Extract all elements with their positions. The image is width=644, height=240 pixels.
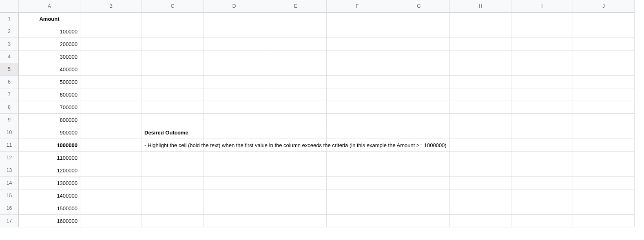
cell-I8[interactable]: [511, 101, 573, 114]
cell-A3[interactable]: 200000: [19, 38, 80, 51]
cell-F16[interactable]: [327, 202, 388, 215]
cell-D6[interactable]: [204, 76, 265, 88]
cell-A8[interactable]: 700000: [19, 101, 80, 114]
cell-E2[interactable]: [265, 25, 327, 38]
cell-E8[interactable]: [265, 101, 327, 114]
cell-J12[interactable]: [573, 152, 635, 164]
cell-D9[interactable]: [204, 114, 265, 126]
cell-D1[interactable]: [204, 13, 265, 25]
cell-I13[interactable]: [511, 164, 573, 177]
row-header-12[interactable]: 12: [0, 152, 19, 164]
row-header-4[interactable]: 4: [0, 51, 19, 63]
cell-H5[interactable]: [450, 63, 511, 76]
cell-A4[interactable]: 300000: [19, 51, 80, 63]
cell-F17[interactable]: [327, 215, 388, 227]
cell-F6[interactable]: [327, 76, 388, 88]
column-header-B[interactable]: B: [80, 0, 142, 13]
cell-F4[interactable]: [327, 51, 388, 63]
cell-H14[interactable]: [450, 177, 511, 189]
cell-I17[interactable]: [511, 215, 573, 227]
cell-J3[interactable]: [573, 38, 635, 51]
cell-I2[interactable]: [511, 25, 573, 38]
cell-E6[interactable]: [265, 76, 327, 88]
cell-A16[interactable]: 1500000: [19, 202, 80, 215]
cell-E14[interactable]: [265, 177, 327, 189]
cell-H8[interactable]: [450, 101, 511, 114]
cell-F12[interactable]: [327, 152, 388, 164]
cell-I16[interactable]: [511, 202, 573, 215]
cell-H16[interactable]: [450, 202, 511, 215]
cell-C5[interactable]: [142, 63, 204, 76]
cell-C8[interactable]: [142, 101, 204, 114]
cell-A5[interactable]: 400000: [19, 63, 80, 76]
cell-J17[interactable]: [573, 215, 635, 227]
cell-G15[interactable]: [388, 189, 450, 202]
cell-C2[interactable]: [142, 25, 204, 38]
cell-H10[interactable]: [450, 126, 511, 139]
cell-H4[interactable]: [450, 51, 511, 63]
cell-A10[interactable]: 900000: [19, 126, 80, 139]
cell-B7[interactable]: [80, 88, 142, 101]
cell-B8[interactable]: [80, 101, 142, 114]
cell-H6[interactable]: [450, 76, 511, 88]
cell-E16[interactable]: [265, 202, 327, 215]
cell-G17[interactable]: [388, 215, 450, 227]
cell-A11[interactable]: 1000000: [19, 139, 80, 152]
cell-H11[interactable]: [450, 139, 511, 152]
cell-C15[interactable]: [142, 189, 204, 202]
cell-I15[interactable]: [511, 189, 573, 202]
cell-J10[interactable]: [573, 126, 635, 139]
cell-A17[interactable]: 1600000: [19, 215, 80, 227]
cell-E3[interactable]: [265, 38, 327, 51]
row-header-5[interactable]: 5: [0, 63, 19, 76]
cell-H15[interactable]: [450, 189, 511, 202]
cell-B4[interactable]: [80, 51, 142, 63]
column-header-H[interactable]: H: [450, 0, 511, 13]
cell-I6[interactable]: [511, 76, 573, 88]
cell-J14[interactable]: [573, 177, 635, 189]
cell-I11[interactable]: [511, 139, 573, 152]
cell-H2[interactable]: [450, 25, 511, 38]
cell-G9[interactable]: [388, 114, 450, 126]
row-header-11[interactable]: 11: [0, 139, 19, 152]
cell-B6[interactable]: [80, 76, 142, 88]
column-header-E[interactable]: E: [265, 0, 327, 13]
cell-B17[interactable]: [80, 215, 142, 227]
cell-G14[interactable]: [388, 177, 450, 189]
cell-F5[interactable]: [327, 63, 388, 76]
cell-B16[interactable]: [80, 202, 142, 215]
cell-J16[interactable]: [573, 202, 635, 215]
cell-C3[interactable]: [142, 38, 204, 51]
cell-F8[interactable]: [327, 101, 388, 114]
row-header-7[interactable]: 7: [0, 88, 19, 101]
cell-I3[interactable]: [511, 38, 573, 51]
cell-I1[interactable]: [511, 13, 573, 25]
cell-B5[interactable]: [80, 63, 142, 76]
row-header-10[interactable]: 10: [0, 126, 19, 139]
cell-A6[interactable]: 500000: [19, 76, 80, 88]
cell-B1[interactable]: [80, 13, 142, 25]
cell-I7[interactable]: [511, 88, 573, 101]
cell-J8[interactable]: [573, 101, 635, 114]
row-header-15[interactable]: 15: [0, 189, 19, 202]
cell-G4[interactable]: [388, 51, 450, 63]
cell-A9[interactable]: 800000: [19, 114, 80, 126]
row-header-17[interactable]: 17: [0, 215, 19, 227]
cell-I9[interactable]: [511, 114, 573, 126]
cell-G8[interactable]: [388, 101, 450, 114]
cell-B3[interactable]: [80, 38, 142, 51]
cell-F10[interactable]: [327, 126, 388, 139]
cell-G16[interactable]: [388, 202, 450, 215]
cell-J13[interactable]: [573, 164, 635, 177]
cell-D10[interactable]: [204, 126, 265, 139]
cell-G3[interactable]: [388, 38, 450, 51]
column-header-G[interactable]: G: [388, 0, 450, 13]
cell-A7[interactable]: 600000: [19, 88, 80, 101]
cell-A12[interactable]: 1100000: [19, 152, 80, 164]
cell-E9[interactable]: [265, 114, 327, 126]
cell-F14[interactable]: [327, 177, 388, 189]
row-header-1[interactable]: 1: [0, 13, 19, 25]
cell-C16[interactable]: [142, 202, 204, 215]
cell-B10[interactable]: [80, 126, 142, 139]
cell-B15[interactable]: [80, 189, 142, 202]
